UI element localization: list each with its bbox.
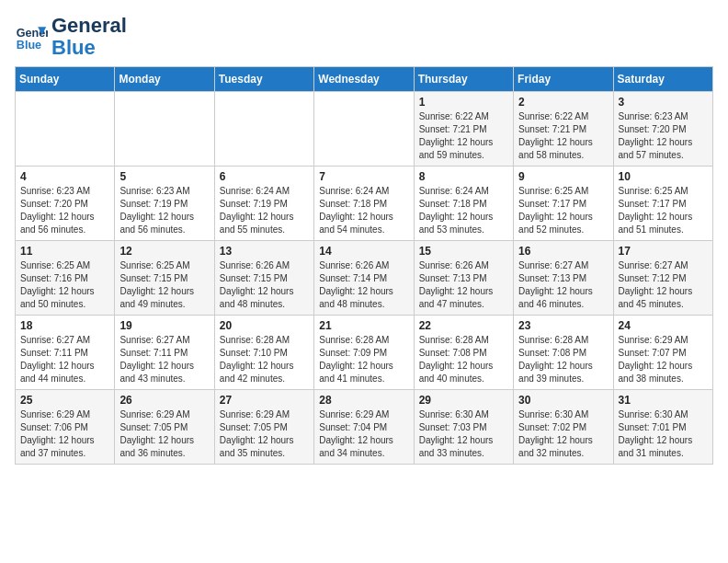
day-number: 30 (518, 394, 608, 407)
logo-text: General Blue (51, 15, 127, 59)
calendar-cell (214, 92, 313, 167)
day-number: 12 (119, 245, 209, 258)
day-number: 26 (119, 394, 209, 407)
day-number: 20 (220, 319, 309, 332)
day-number: 25 (20, 394, 109, 407)
day-number: 5 (119, 170, 209, 183)
day-number: 15 (419, 245, 508, 258)
day-number: 14 (319, 245, 408, 258)
calendar-cell: 2 Sunrise: 6:22 AM Sunset: 7:21 PM Dayli… (514, 92, 613, 167)
calendar-cell: 20 Sunrise: 6:28 AM Sunset: 7:10 PM Dayl… (214, 316, 313, 390)
calendar-cell: 21 Sunrise: 6:28 AM Sunset: 7:09 PM Dayl… (314, 316, 414, 390)
calendar-cell: 23 Sunrise: 6:28 AM Sunset: 7:08 PM Dayl… (514, 316, 613, 390)
day-number: 29 (419, 394, 508, 407)
calendar-cell: 26 Sunrise: 6:29 AM Sunset: 7:05 PM Dayl… (115, 390, 214, 465)
day-info: Sunrise: 6:24 AM Sunset: 7:18 PM Dayligh… (419, 185, 508, 236)
day-number: 4 (20, 170, 109, 183)
calendar-week-2: 4 Sunrise: 6:23 AM Sunset: 7:20 PM Dayli… (16, 167, 713, 241)
calendar-week-3: 11 Sunrise: 6:25 AM Sunset: 7:16 PM Dayl… (16, 241, 713, 316)
day-number: 21 (319, 319, 408, 332)
day-number: 27 (220, 394, 309, 407)
calendar-header-row: SundayMondayTuesdayWednesdayThursdayFrid… (16, 67, 713, 92)
page-header: General Blue General Blue (15, 15, 713, 59)
day-info: Sunrise: 6:22 AM Sunset: 7:21 PM Dayligh… (419, 110, 508, 162)
calendar-cell: 19 Sunrise: 6:27 AM Sunset: 7:11 PM Dayl… (115, 316, 214, 390)
day-header-saturday: Saturday (613, 67, 712, 92)
day-number: 23 (518, 319, 608, 332)
calendar-cell: 6 Sunrise: 6:24 AM Sunset: 7:19 PM Dayli… (214, 167, 313, 241)
day-info: Sunrise: 6:23 AM Sunset: 7:20 PM Dayligh… (619, 110, 708, 162)
day-info: Sunrise: 6:23 AM Sunset: 7:19 PM Dayligh… (119, 185, 209, 236)
day-info: Sunrise: 6:29 AM Sunset: 7:06 PM Dayligh… (20, 408, 109, 460)
day-info: Sunrise: 6:28 AM Sunset: 7:08 PM Dayligh… (419, 334, 508, 385)
calendar-cell: 29 Sunrise: 6:30 AM Sunset: 7:03 PM Dayl… (414, 390, 513, 465)
day-info: Sunrise: 6:29 AM Sunset: 7:07 PM Dayligh… (619, 334, 708, 385)
day-info: Sunrise: 6:27 AM Sunset: 7:11 PM Dayligh… (119, 334, 209, 385)
day-info: Sunrise: 6:27 AM Sunset: 7:13 PM Dayligh… (518, 259, 608, 311)
day-header-wednesday: Wednesday (314, 67, 414, 92)
calendar-cell: 31 Sunrise: 6:30 AM Sunset: 7:01 PM Dayl… (613, 390, 712, 465)
logo-icon: General Blue (15, 20, 48, 53)
calendar-cell: 30 Sunrise: 6:30 AM Sunset: 7:02 PM Dayl… (514, 390, 613, 465)
calendar-cell: 3 Sunrise: 6:23 AM Sunset: 7:20 PM Dayli… (613, 92, 712, 167)
calendar-cell: 13 Sunrise: 6:26 AM Sunset: 7:15 PM Dayl… (214, 241, 313, 316)
day-info: Sunrise: 6:29 AM Sunset: 7:04 PM Dayligh… (319, 408, 408, 460)
day-number: 9 (518, 170, 608, 183)
calendar-cell (115, 92, 214, 167)
day-info: Sunrise: 6:25 AM Sunset: 7:17 PM Dayligh… (619, 185, 708, 236)
day-info: Sunrise: 6:22 AM Sunset: 7:21 PM Dayligh… (518, 110, 608, 162)
calendar-cell: 18 Sunrise: 6:27 AM Sunset: 7:11 PM Dayl… (16, 316, 115, 390)
day-info: Sunrise: 6:24 AM Sunset: 7:19 PM Dayligh… (220, 185, 309, 236)
day-number: 10 (619, 170, 708, 183)
day-info: Sunrise: 6:26 AM Sunset: 7:13 PM Dayligh… (419, 259, 508, 311)
day-info: Sunrise: 6:23 AM Sunset: 7:20 PM Dayligh… (20, 185, 109, 236)
day-info: Sunrise: 6:27 AM Sunset: 7:11 PM Dayligh… (20, 334, 109, 385)
calendar-week-4: 18 Sunrise: 6:27 AM Sunset: 7:11 PM Dayl… (16, 316, 713, 390)
calendar-cell: 7 Sunrise: 6:24 AM Sunset: 7:18 PM Dayli… (314, 167, 414, 241)
calendar-cell: 1 Sunrise: 6:22 AM Sunset: 7:21 PM Dayli… (414, 92, 513, 167)
calendar-cell: 22 Sunrise: 6:28 AM Sunset: 7:08 PM Dayl… (414, 316, 513, 390)
day-info: Sunrise: 6:28 AM Sunset: 7:08 PM Dayligh… (518, 334, 608, 385)
day-info: Sunrise: 6:30 AM Sunset: 7:01 PM Dayligh… (619, 408, 708, 460)
day-header-friday: Friday (514, 67, 613, 92)
calendar-cell: 4 Sunrise: 6:23 AM Sunset: 7:20 PM Dayli… (16, 167, 115, 241)
calendar-cell: 15 Sunrise: 6:26 AM Sunset: 7:13 PM Dayl… (414, 241, 513, 316)
calendar-cell: 11 Sunrise: 6:25 AM Sunset: 7:16 PM Dayl… (16, 241, 115, 316)
day-number: 6 (220, 170, 309, 183)
day-info: Sunrise: 6:26 AM Sunset: 7:15 PM Dayligh… (220, 259, 309, 311)
calendar-cell: 10 Sunrise: 6:25 AM Sunset: 7:17 PM Dayl… (613, 167, 712, 241)
logo: General Blue General Blue (15, 15, 127, 59)
day-info: Sunrise: 6:25 AM Sunset: 7:15 PM Dayligh… (119, 259, 209, 311)
day-info: Sunrise: 6:29 AM Sunset: 7:05 PM Dayligh… (220, 408, 309, 460)
day-header-tuesday: Tuesday (214, 67, 313, 92)
day-info: Sunrise: 6:30 AM Sunset: 7:02 PM Dayligh… (518, 408, 608, 460)
day-number: 11 (20, 245, 109, 258)
day-number: 17 (619, 245, 708, 258)
calendar-week-1: 1 Sunrise: 6:22 AM Sunset: 7:21 PM Dayli… (16, 92, 713, 167)
calendar-cell (314, 92, 414, 167)
day-number: 8 (419, 170, 508, 183)
calendar-cell: 28 Sunrise: 6:29 AM Sunset: 7:04 PM Dayl… (314, 390, 414, 465)
day-info: Sunrise: 6:24 AM Sunset: 7:18 PM Dayligh… (319, 185, 408, 236)
calendar-cell (16, 92, 115, 167)
calendar-table: SundayMondayTuesdayWednesdayThursdayFrid… (15, 66, 713, 465)
calendar-cell: 25 Sunrise: 6:29 AM Sunset: 7:06 PM Dayl… (16, 390, 115, 465)
day-header-thursday: Thursday (414, 67, 513, 92)
day-info: Sunrise: 6:30 AM Sunset: 7:03 PM Dayligh… (419, 408, 508, 460)
calendar-cell: 24 Sunrise: 6:29 AM Sunset: 7:07 PM Dayl… (613, 316, 712, 390)
day-info: Sunrise: 6:25 AM Sunset: 7:17 PM Dayligh… (518, 185, 608, 236)
svg-text:Blue: Blue (17, 39, 41, 52)
day-info: Sunrise: 6:26 AM Sunset: 7:14 PM Dayligh… (319, 259, 408, 311)
day-number: 19 (119, 319, 209, 332)
day-info: Sunrise: 6:28 AM Sunset: 7:09 PM Dayligh… (319, 334, 408, 385)
day-number: 24 (619, 319, 708, 332)
day-number: 18 (20, 319, 109, 332)
calendar-cell: 16 Sunrise: 6:27 AM Sunset: 7:13 PM Dayl… (514, 241, 613, 316)
day-header-monday: Monday (115, 67, 214, 92)
day-number: 1 (419, 96, 508, 109)
calendar-cell: 5 Sunrise: 6:23 AM Sunset: 7:19 PM Dayli… (115, 167, 214, 241)
day-info: Sunrise: 6:25 AM Sunset: 7:16 PM Dayligh… (20, 259, 109, 311)
calendar-cell: 27 Sunrise: 6:29 AM Sunset: 7:05 PM Dayl… (214, 390, 313, 465)
day-number: 16 (518, 245, 608, 258)
day-number: 13 (220, 245, 309, 258)
